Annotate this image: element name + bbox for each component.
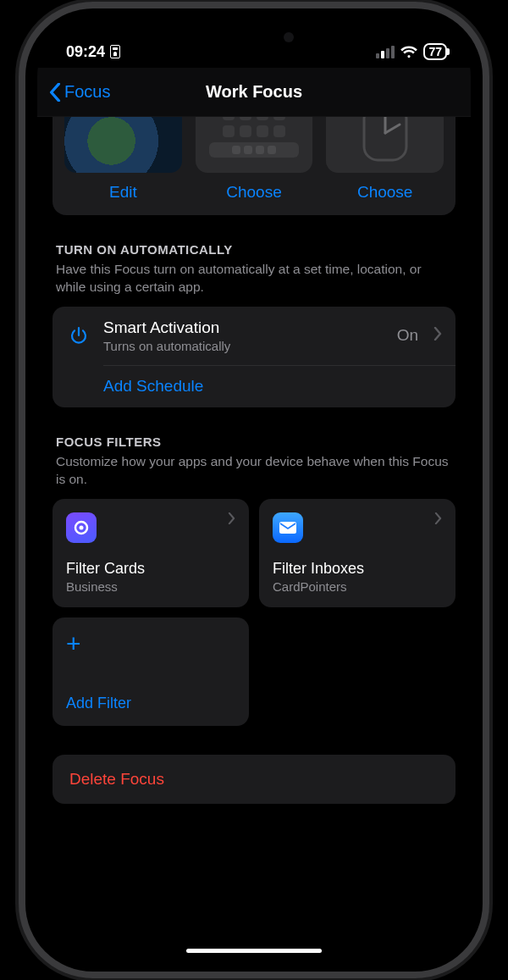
add-filter-label: Add Filter	[66, 695, 235, 712]
volume-down-button	[19, 339, 25, 402]
screen: 09:24 77 Focus Work Focus	[37, 20, 471, 960]
home-indicator[interactable]	[186, 949, 322, 953]
svg-line-2	[385, 125, 400, 133]
wifi-icon	[400, 46, 417, 58]
add-filter-tile[interactable]: + Add Filter	[52, 617, 249, 726]
filter-tiles: Filter Cards Business Filter In	[52, 499, 456, 726]
watch-thumb	[326, 117, 444, 173]
choose-label: Choose	[357, 183, 413, 202]
smart-activation-value: On	[397, 326, 418, 345]
back-label: Focus	[64, 82, 110, 102]
cardpointers-icon	[66, 512, 97, 543]
filter-tile-cards[interactable]: Filter Cards Business	[52, 499, 249, 607]
page-title: Work Focus	[206, 82, 302, 102]
power-button	[483, 280, 489, 381]
home-screen-choose[interactable]: Choose	[196, 117, 313, 202]
add-schedule-row[interactable]: Add Schedule	[52, 365, 456, 407]
back-button[interactable]: Focus	[42, 68, 117, 116]
add-schedule-label: Add Schedule	[66, 377, 203, 396]
chevron-right-icon	[433, 327, 442, 344]
choose-label: Choose	[226, 183, 282, 202]
smart-activation-row[interactable]: Smart Activation Turns on automatically …	[52, 307, 456, 365]
cellular-icon	[376, 46, 395, 58]
filter-tile-sub: CardPointers	[273, 579, 442, 594]
auto-header-desc: Have this Focus turn on automatically at…	[56, 261, 452, 296]
mail-icon	[273, 512, 303, 543]
svg-rect-5	[279, 522, 296, 534]
chevron-right-icon	[228, 512, 235, 528]
side-mute-switch	[19, 199, 25, 233]
home-screen-thumb	[196, 117, 313, 173]
smart-activation-title: Smart Activation	[103, 318, 385, 337]
auto-card: Smart Activation Turns on automatically …	[52, 307, 456, 407]
customize-card: Edit Choose Choose	[52, 117, 456, 215]
notch	[174, 20, 334, 53]
filter-tile-title: Filter Inboxes	[273, 560, 442, 578]
power-icon	[66, 325, 91, 346]
watch-face-choose[interactable]: Choose	[326, 117, 444, 202]
chevron-right-icon	[434, 512, 442, 528]
delete-focus-button[interactable]: Delete Focus	[52, 755, 456, 804]
chevron-left-icon	[49, 83, 61, 102]
scroll-content[interactable]: Edit Choose Choose	[37, 117, 471, 960]
battery-indicator: 77	[423, 43, 447, 60]
id-card-icon	[110, 45, 120, 58]
filter-tile-sub: Business	[66, 579, 235, 594]
phone-frame: 09:24 77 Focus Work Focus	[25, 8, 483, 972]
edit-label: Edit	[109, 183, 137, 202]
lock-screen-thumb	[64, 117, 182, 173]
smart-activation-sub: Turns on automatically	[103, 339, 385, 353]
lock-screen-edit[interactable]: Edit	[64, 117, 182, 202]
auto-section-header: TURN ON AUTOMATICALLY Have this Focus tu…	[52, 242, 456, 296]
svg-point-4	[80, 525, 84, 529]
filter-tile-inboxes[interactable]: Filter Inboxes CardPointers	[259, 499, 456, 607]
volume-up-button	[19, 258, 25, 322]
delete-focus-label: Delete Focus	[69, 770, 164, 788]
filters-section-header: FOCUS FILTERS Customize how your apps an…	[52, 435, 456, 489]
filters-header-title: FOCUS FILTERS	[56, 435, 452, 449]
filters-header-desc: Customize how your apps and your device …	[56, 453, 452, 489]
nav-bar: Focus Work Focus	[37, 68, 471, 117]
plus-icon: +	[66, 631, 235, 656]
status-time: 09:24	[66, 43, 105, 61]
auto-header-title: TURN ON AUTOMATICALLY	[56, 242, 452, 257]
filter-tile-title: Filter Cards	[66, 560, 235, 578]
